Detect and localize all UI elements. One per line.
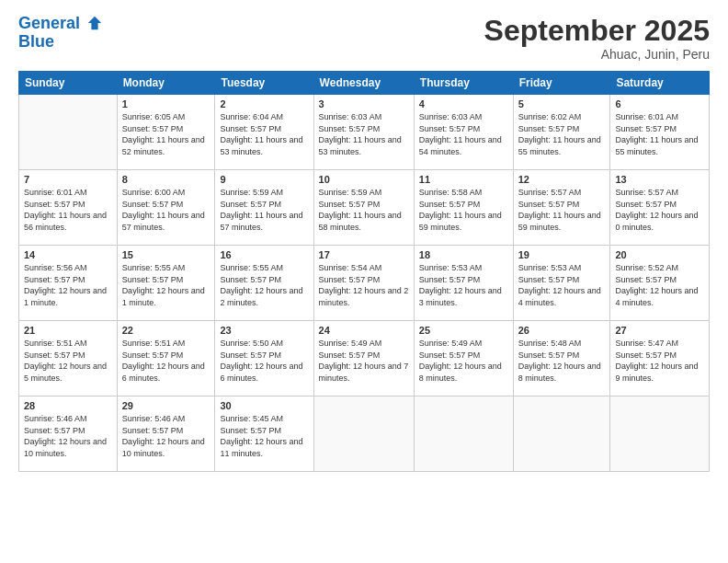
day-number: 28 bbox=[24, 400, 112, 411]
day-cell: 10Sunrise: 5:59 AMSunset: 5:57 PMDayligh… bbox=[313, 170, 414, 246]
week-row-0: 1Sunrise: 6:05 AMSunset: 5:57 PMDaylight… bbox=[19, 95, 710, 170]
day-cell: 21Sunrise: 5:51 AMSunset: 5:57 PMDayligh… bbox=[19, 321, 118, 396]
day-number: 20 bbox=[615, 249, 704, 260]
header-tuesday: Tuesday bbox=[215, 72, 313, 95]
header-monday: Monday bbox=[117, 72, 215, 95]
day-number: 3 bbox=[319, 98, 409, 109]
day-number: 16 bbox=[220, 249, 308, 260]
day-cell: 11Sunrise: 5:58 AMSunset: 5:57 PMDayligh… bbox=[414, 170, 513, 246]
day-cell: 4Sunrise: 6:03 AMSunset: 5:57 PMDaylight… bbox=[414, 95, 513, 170]
day-number: 2 bbox=[220, 98, 308, 109]
location-subtitle: Ahuac, Junin, Peru bbox=[484, 47, 710, 62]
header: General Blue September 2025 Ahuac, Junin… bbox=[18, 15, 710, 62]
day-cell bbox=[313, 396, 414, 472]
day-cell: 18Sunrise: 5:53 AMSunset: 5:57 PMDayligh… bbox=[414, 246, 513, 321]
day-info: Sunrise: 6:03 AMSunset: 5:57 PMDaylight:… bbox=[419, 111, 508, 157]
day-cell bbox=[19, 95, 118, 170]
week-row-4: 28Sunrise: 5:46 AMSunset: 5:57 PMDayligh… bbox=[19, 396, 710, 472]
day-info: Sunrise: 5:49 AMSunset: 5:57 PMDaylight:… bbox=[319, 338, 409, 384]
day-number: 9 bbox=[220, 174, 308, 185]
day-number: 26 bbox=[518, 325, 606, 336]
day-number: 10 bbox=[319, 174, 409, 185]
day-cell bbox=[513, 396, 610, 472]
day-number: 21 bbox=[24, 325, 112, 336]
day-number: 4 bbox=[419, 98, 508, 109]
day-info: Sunrise: 5:52 AMSunset: 5:57 PMDaylight:… bbox=[615, 262, 704, 308]
day-number: 19 bbox=[518, 249, 606, 260]
day-number: 11 bbox=[419, 174, 508, 185]
day-info: Sunrise: 5:57 AMSunset: 5:57 PMDaylight:… bbox=[615, 187, 704, 233]
day-number: 5 bbox=[518, 98, 606, 109]
day-info: Sunrise: 5:46 AMSunset: 5:57 PMDaylight:… bbox=[24, 413, 112, 459]
day-info: Sunrise: 5:58 AMSunset: 5:57 PMDaylight:… bbox=[419, 187, 508, 233]
day-number: 23 bbox=[220, 325, 308, 336]
header-friday: Friday bbox=[513, 72, 610, 95]
day-info: Sunrise: 5:53 AMSunset: 5:57 PMDaylight:… bbox=[419, 262, 508, 308]
header-wednesday: Wednesday bbox=[313, 72, 414, 95]
day-info: Sunrise: 5:55 AMSunset: 5:57 PMDaylight:… bbox=[220, 262, 308, 308]
day-number: 25 bbox=[419, 325, 508, 336]
day-cell: 23Sunrise: 5:50 AMSunset: 5:57 PMDayligh… bbox=[215, 321, 313, 396]
day-cell bbox=[414, 396, 513, 472]
day-cell: 20Sunrise: 5:52 AMSunset: 5:57 PMDayligh… bbox=[610, 246, 710, 321]
day-info: Sunrise: 5:59 AMSunset: 5:57 PMDaylight:… bbox=[220, 187, 308, 233]
logo-blue: Blue bbox=[18, 33, 103, 52]
day-cell: 9Sunrise: 5:59 AMSunset: 5:57 PMDaylight… bbox=[215, 170, 313, 246]
day-number: 8 bbox=[122, 174, 210, 185]
day-cell: 5Sunrise: 6:02 AMSunset: 5:57 PMDaylight… bbox=[513, 95, 610, 170]
header-thursday: Thursday bbox=[414, 72, 513, 95]
day-cell: 24Sunrise: 5:49 AMSunset: 5:57 PMDayligh… bbox=[313, 321, 414, 396]
day-cell: 29Sunrise: 5:46 AMSunset: 5:57 PMDayligh… bbox=[117, 396, 215, 472]
day-number: 7 bbox=[24, 174, 112, 185]
day-number: 22 bbox=[122, 325, 210, 336]
weekday-header-row: Sunday Monday Tuesday Wednesday Thursday… bbox=[19, 72, 710, 95]
day-info: Sunrise: 6:01 AMSunset: 5:57 PMDaylight:… bbox=[24, 187, 112, 233]
day-cell: 14Sunrise: 5:56 AMSunset: 5:57 PMDayligh… bbox=[19, 246, 118, 321]
header-saturday: Saturday bbox=[610, 72, 710, 95]
day-cell bbox=[610, 396, 710, 472]
day-info: Sunrise: 5:45 AMSunset: 5:57 PMDaylight:… bbox=[220, 413, 308, 459]
day-cell: 12Sunrise: 5:57 AMSunset: 5:57 PMDayligh… bbox=[513, 170, 610, 246]
day-info: Sunrise: 5:51 AMSunset: 5:57 PMDaylight:… bbox=[24, 338, 112, 384]
day-number: 18 bbox=[419, 249, 508, 260]
svg-marker-0 bbox=[88, 17, 101, 29]
day-number: 24 bbox=[319, 325, 409, 336]
day-info: Sunrise: 6:03 AMSunset: 5:57 PMDaylight:… bbox=[319, 111, 409, 157]
day-cell: 30Sunrise: 5:45 AMSunset: 5:57 PMDayligh… bbox=[215, 396, 313, 472]
day-cell: 3Sunrise: 6:03 AMSunset: 5:57 PMDaylight… bbox=[313, 95, 414, 170]
week-row-1: 7Sunrise: 6:01 AMSunset: 5:57 PMDaylight… bbox=[19, 170, 710, 246]
day-info: Sunrise: 6:04 AMSunset: 5:57 PMDaylight:… bbox=[220, 111, 308, 157]
day-info: Sunrise: 5:53 AMSunset: 5:57 PMDaylight:… bbox=[518, 262, 606, 308]
day-cell: 17Sunrise: 5:54 AMSunset: 5:57 PMDayligh… bbox=[313, 246, 414, 321]
day-info: Sunrise: 5:56 AMSunset: 5:57 PMDaylight:… bbox=[24, 262, 112, 308]
week-row-2: 14Sunrise: 5:56 AMSunset: 5:57 PMDayligh… bbox=[19, 246, 710, 321]
day-number: 15 bbox=[122, 249, 210, 260]
calendar-table: Sunday Monday Tuesday Wednesday Thursday… bbox=[18, 71, 710, 472]
day-number: 6 bbox=[615, 98, 704, 109]
day-number: 12 bbox=[518, 174, 606, 185]
day-number: 30 bbox=[220, 400, 308, 411]
day-cell: 22Sunrise: 5:51 AMSunset: 5:57 PMDayligh… bbox=[117, 321, 215, 396]
day-info: Sunrise: 5:51 AMSunset: 5:57 PMDaylight:… bbox=[122, 338, 210, 384]
day-cell: 15Sunrise: 5:55 AMSunset: 5:57 PMDayligh… bbox=[117, 246, 215, 321]
month-title: September 2025 bbox=[484, 15, 710, 47]
day-number: 17 bbox=[319, 249, 409, 260]
day-number: 1 bbox=[122, 98, 210, 109]
header-sunday: Sunday bbox=[19, 72, 118, 95]
day-number: 27 bbox=[615, 325, 704, 336]
day-cell: 6Sunrise: 6:01 AMSunset: 5:57 PMDaylight… bbox=[610, 95, 710, 170]
day-info: Sunrise: 5:49 AMSunset: 5:57 PMDaylight:… bbox=[419, 338, 508, 384]
day-info: Sunrise: 5:47 AMSunset: 5:57 PMDaylight:… bbox=[615, 338, 704, 384]
week-row-3: 21Sunrise: 5:51 AMSunset: 5:57 PMDayligh… bbox=[19, 321, 710, 396]
day-info: Sunrise: 6:05 AMSunset: 5:57 PMDaylight:… bbox=[122, 111, 210, 157]
day-cell: 1Sunrise: 6:05 AMSunset: 5:57 PMDaylight… bbox=[117, 95, 215, 170]
day-info: Sunrise: 5:48 AMSunset: 5:57 PMDaylight:… bbox=[518, 338, 606, 384]
day-info: Sunrise: 6:01 AMSunset: 5:57 PMDaylight:… bbox=[615, 111, 704, 157]
day-cell: 13Sunrise: 5:57 AMSunset: 5:57 PMDayligh… bbox=[610, 170, 710, 246]
day-info: Sunrise: 5:50 AMSunset: 5:57 PMDaylight:… bbox=[220, 338, 308, 384]
day-cell: 26Sunrise: 5:48 AMSunset: 5:57 PMDayligh… bbox=[513, 321, 610, 396]
day-cell: 27Sunrise: 5:47 AMSunset: 5:57 PMDayligh… bbox=[610, 321, 710, 396]
logo-text: General bbox=[18, 15, 103, 33]
day-cell: 7Sunrise: 6:01 AMSunset: 5:57 PMDaylight… bbox=[19, 170, 118, 246]
day-cell: 16Sunrise: 5:55 AMSunset: 5:57 PMDayligh… bbox=[215, 246, 313, 321]
